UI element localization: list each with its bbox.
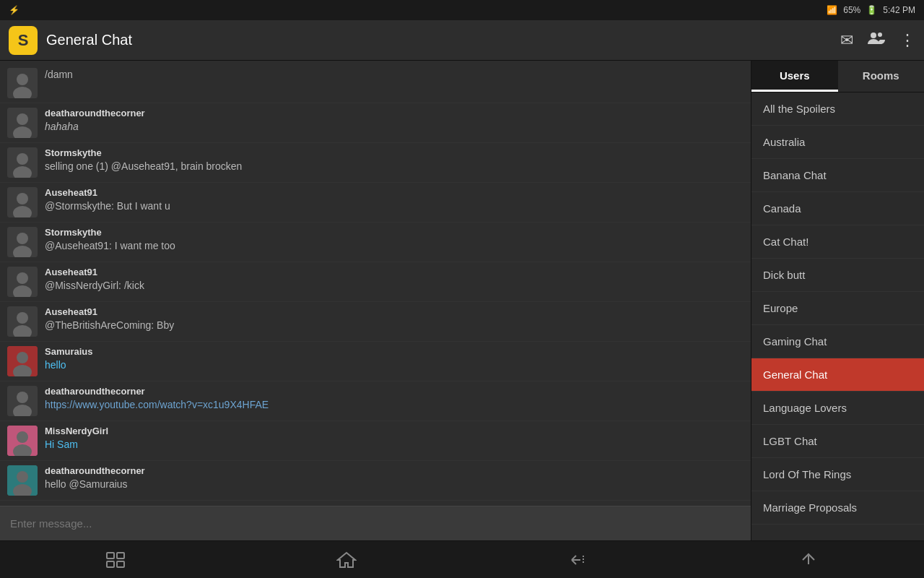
main-layout: /damn deatharoundthecornerhahaha Stormsk… [0, 61, 924, 540]
avatar [7, 267, 38, 297]
message-text[interactable]: https://www.youtube.com/watch?v=xc1u9X4H… [45, 398, 744, 413]
message-text: @Auseheat91: I want me too [45, 239, 744, 254]
svg-point-0 [871, 33, 876, 38]
message-content: deatharoundthecornerhahaha [45, 108, 744, 134]
message-username: deatharoundthecorner [45, 465, 744, 476]
room-item-6[interactable]: Dick butt [751, 259, 924, 292]
message-row: deatharoundthecornerhello @Samuraius [0, 461, 751, 501]
room-item-12[interactable]: Lord Of The Rings [751, 458, 924, 491]
message-content: MissNerdyGirlHi Sam [45, 426, 744, 452]
avatar [7, 426, 38, 456]
message-content: Stormskythe@Auseheat91: I want me too [45, 227, 744, 254]
status-bar-left: ⚡ [9, 5, 19, 15]
room-item-3[interactable]: Banana Chat [751, 159, 924, 192]
rooms-list: All the SpoilersAustraliaBanana ChatCana… [751, 92, 924, 540]
chat-area: /damn deatharoundthecornerhahaha Stormsk… [0, 61, 751, 540]
message-username: Auseheat91 [45, 306, 744, 317]
title-bar: S General Chat ✉ ⋮ [0, 20, 924, 61]
messages-list: /damn deatharoundthecornerhahaha Stormsk… [0, 61, 751, 506]
svg-rect-35 [107, 553, 114, 558]
message-username: Auseheat91 [45, 187, 744, 198]
room-item-9[interactable]: General Chat [751, 358, 924, 392]
message-username: Stormskythe [45, 227, 744, 238]
bottom-nav [0, 540, 924, 578]
svg-point-9 [17, 153, 28, 165]
message-text: /damn [45, 68, 744, 82]
message-content: deatharoundthecornerhello @Samuraius [45, 465, 744, 492]
avatar [7, 187, 38, 217]
tab-users[interactable]: Users [751, 61, 838, 92]
message-row: Auseheat91@TheBritishAreComing: Bby [0, 302, 751, 342]
battery-percent: 65% [843, 5, 860, 15]
message-row: Stormskytheselling one (1) @Auseheat91, … [0, 143, 751, 183]
avatar [7, 465, 38, 496]
message-content: Stormskytheselling one (1) @Auseheat91, … [45, 147, 744, 174]
message-username: deatharoundthecorner [45, 386, 744, 397]
message-row: deatharoundthecornerhahaha [0, 103, 751, 143]
room-item-5[interactable]: Cat Chat! [751, 225, 924, 259]
svg-point-12 [17, 193, 28, 204]
room-item-8[interactable]: Gaming Chat [751, 325, 924, 358]
svg-rect-38 [117, 561, 124, 567]
svg-point-21 [17, 312, 28, 324]
message-username: MissNerdyGirl [45, 426, 744, 436]
back-button[interactable] [556, 545, 599, 574]
message-content: Samuraiushello [45, 346, 744, 373]
room-item-10[interactable]: Language Lovers [751, 392, 924, 425]
message-input[interactable] [10, 517, 741, 530]
message-text: hahaha [45, 120, 744, 134]
home-button[interactable] [325, 545, 368, 574]
message-username: deatharoundthecorner [45, 108, 744, 118]
message-row: /damn [0, 64, 751, 103]
message-row: MissNerdyGirlHi Sam [0, 421, 751, 461]
message-row: deatharoundthecornerhttps://www.youtube.… [0, 381, 751, 421]
svg-point-3 [17, 74, 28, 85]
room-item-7[interactable]: Europe [751, 292, 924, 325]
svg-point-6 [17, 113, 28, 125]
tab-rooms[interactable]: Rooms [838, 61, 925, 92]
svg-rect-37 [107, 561, 114, 567]
message-content: /damn [45, 68, 744, 82]
room-item-4[interactable]: Canada [751, 192, 924, 225]
scroll-top-button[interactable] [787, 545, 830, 574]
svg-rect-36 [117, 553, 124, 558]
wifi-icon: 📶 [827, 5, 837, 15]
message-row: Stormskythe@Auseheat91: I want me too [0, 223, 751, 262]
status-bar-right: 📶 65% 🔋 5:42 PM [827, 5, 915, 15]
svg-point-15 [17, 233, 28, 244]
message-input-bar [0, 506, 751, 540]
mail-icon[interactable]: ✉ [840, 31, 853, 50]
page-title: General Chat [46, 32, 840, 48]
message-text: @MissNerdyGirl: /kick [45, 279, 744, 293]
avatar [7, 386, 38, 416]
avatar [7, 147, 38, 178]
room-item-13[interactable]: Marriage Proposals [751, 491, 924, 525]
sidebar: Users Rooms All the SpoilersAustraliaBan… [751, 61, 924, 540]
svg-point-18 [17, 272, 28, 284]
message-row: Samuraiushello [0, 342, 751, 381]
users-icon[interactable] [868, 31, 885, 50]
room-item-1[interactable]: All the Spoilers [751, 92, 924, 126]
svg-point-24 [17, 352, 28, 363]
svg-point-27 [17, 392, 28, 403]
more-icon[interactable]: ⋮ [899, 31, 915, 50]
message-text: hello @Samuraius [45, 478, 744, 492]
message-content: Auseheat91@MissNerdyGirl: /kick [45, 267, 744, 293]
message-content: Auseheat91@TheBritishAreComing: Bby [45, 306, 744, 333]
message-text: @Stormskythe: But I want u [45, 199, 744, 214]
room-item-2[interactable]: Australia [751, 126, 924, 159]
avatar [7, 227, 38, 257]
room-item-11[interactable]: LGBT Chat [751, 425, 924, 458]
svg-point-1 [878, 33, 882, 37]
message-content: Auseheat91@Stormskythe: But I want u [45, 187, 744, 214]
message-row: Auseheat91@MissNerdyGirl: /kick [0, 262, 751, 302]
recent-apps-button[interactable] [94, 545, 137, 574]
avatar [7, 346, 38, 376]
message-row: Auseheat91@Stormskythe: But I want u [0, 183, 751, 223]
status-bar: ⚡ 📶 65% 🔋 5:42 PM [0, 0, 924, 20]
avatar [7, 306, 38, 337]
battery-icon: 🔋 [866, 5, 877, 15]
sidebar-tabs: Users Rooms [751, 61, 924, 92]
message-content: deatharoundthecornerhttps://www.youtube.… [45, 386, 744, 413]
message-username: Auseheat91 [45, 267, 744, 277]
